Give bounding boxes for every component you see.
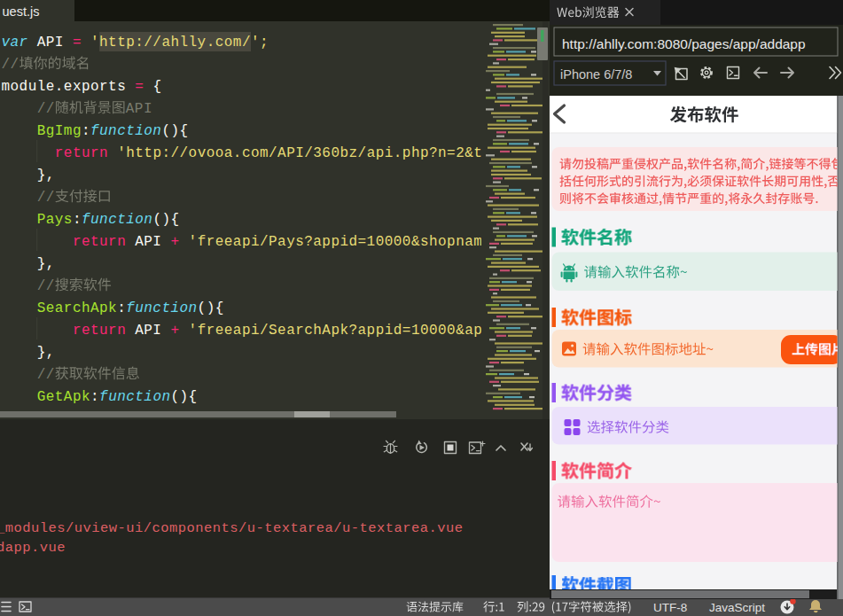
svg-text:(){: (){: [161, 123, 188, 139]
svg-text:+: +: [171, 234, 180, 250]
svg-text:+: +: [171, 323, 180, 339]
svg-text:'freeapi/Pays?appid=10000&shop: 'freeapi/Pays?appid=10000&shopname=: [189, 234, 501, 250]
svg-text:},: },: [37, 256, 55, 272]
svg-text:BgImg: BgImg: [37, 123, 82, 139]
svg-text:_modules/uview-ui/components/u: _modules/uview-ui/components/u-textarea/…: [0, 520, 464, 536]
svg-text:GetApk: GetApk: [37, 389, 90, 405]
svg-text:API: API: [135, 234, 161, 250]
svg-text:API: API: [37, 35, 64, 51]
svg-text:return: return: [73, 234, 126, 250]
svg-text://: //: [37, 190, 55, 206]
svg-text:var: var: [2, 35, 28, 51]
svg-text:(){: (){: [152, 212, 179, 228]
svg-text:module.exports: module.exports: [2, 79, 127, 95]
svg-text:'http://ahlly.com/';: 'http://ahlly.com/';: [90, 35, 269, 51]
svg-text:Pays: Pays: [37, 212, 73, 228]
svg-text:function: function: [82, 212, 152, 228]
svg-text:function: function: [90, 123, 161, 139]
svg-text:SearchApk: SearchApk: [37, 300, 117, 316]
svg-text::: :: [82, 123, 90, 139]
svg-text:uest.js: uest.js: [3, 4, 40, 19]
svg-text:return: return: [55, 145, 108, 161]
svg-text:},: },: [37, 168, 55, 183]
svg-text:function: function: [99, 389, 170, 405]
svg-text:(){: (){: [198, 300, 224, 316]
svg-text:return: return: [73, 323, 126, 339]
svg-text:function: function: [126, 300, 197, 316]
svg-text://: //: [2, 57, 20, 73]
svg-text:},: },: [37, 345, 55, 361]
svg-text::: :: [90, 389, 99, 405]
svg-text:'freeapi/SearchApk?appid=10000: 'freeapi/SearchApk?appid=10000&appn: [189, 323, 501, 339]
svg-text://: //: [37, 278, 55, 294]
svg-text:UTF-8: UTF-8: [653, 601, 687, 614]
svg-text:{: {: [152, 79, 161, 95]
svg-text://: //: [37, 101, 55, 117]
svg-text::: :: [73, 212, 82, 228]
svg-text:=: =: [73, 35, 82, 51]
svg-text:=: =: [135, 79, 144, 95]
svg-text:API: API: [126, 101, 152, 117]
svg-text://: //: [37, 367, 55, 383]
svg-text:JavaScript: JavaScript: [709, 601, 765, 614]
svg-text:dapp.vue: dapp.vue: [0, 540, 66, 556]
svg-text::: :: [117, 300, 126, 316]
svg-text:iPhone 6/7/8: iPhone 6/7/8: [560, 67, 632, 82]
svg-text:API: API: [135, 323, 161, 339]
svg-text:http://ahlly.com:8080/pages/ap: http://ahlly.com:8080/pages/app/addapp: [562, 36, 806, 51]
svg-text:(){: (){: [171, 389, 198, 405]
